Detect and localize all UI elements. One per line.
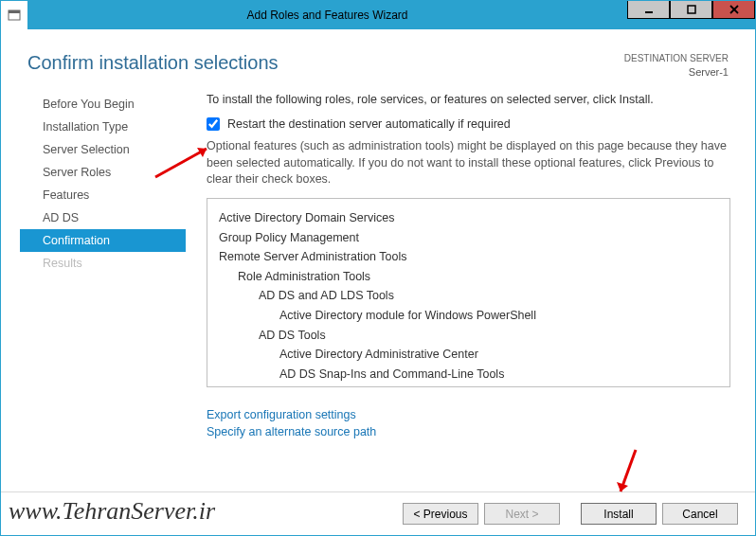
nav-item-features[interactable]: Features (20, 184, 186, 206)
next-button[interactable]: Next > (484, 503, 560, 525)
features-list[interactable]: Active Directory Domain ServicesGroup Po… (207, 198, 730, 387)
main-panel: To install the following roles, role ser… (186, 89, 755, 442)
nav-item-results: Results (20, 252, 186, 275)
nav-item-server-selection[interactable]: Server Selection (20, 138, 186, 161)
feature-item: Role Administration Tools (238, 267, 718, 287)
nav-item-server-roles[interactable]: Server Roles (20, 161, 186, 184)
window-controls (627, 1, 755, 29)
app-icon (1, 1, 27, 29)
feature-item: AD DS and AD LDS Tools (259, 286, 718, 306)
nav-item-ad-ds[interactable]: AD DS (20, 206, 186, 229)
optional-note: Optional features (such as administratio… (207, 138, 730, 188)
svg-rect-3 (688, 6, 695, 13)
export-link[interactable]: Export configuration settings (207, 408, 730, 421)
source-link[interactable]: Specify an alternate source path (207, 425, 730, 438)
previous-button[interactable]: < Previous (403, 503, 478, 525)
svg-rect-1 (9, 10, 20, 13)
titlebar: Add Roles and Features Wizard (1, 1, 755, 29)
destination-info: DESTINATION SERVER Server-1 (624, 52, 729, 80)
page-title: Confirm installation selections (27, 52, 279, 80)
maximize-button[interactable] (670, 0, 712, 19)
destination-server: Server-1 (624, 65, 729, 80)
restart-checkbox[interactable] (207, 117, 220, 131)
minimize-button[interactable] (627, 0, 670, 19)
header-row: Confirm installation selections DESTINAT… (1, 29, 755, 89)
nav-sidebar: Before You BeginInstallation TypeServer … (20, 89, 186, 442)
intro-text: To install the following roles, role ser… (207, 93, 730, 106)
install-button[interactable]: Install (581, 503, 657, 525)
nav-item-before-you-begin[interactable]: Before You Begin (20, 93, 186, 116)
close-button[interactable] (712, 0, 755, 19)
body-row: Before You BeginInstallation TypeServer … (1, 89, 755, 442)
content-area: Confirm installation selections DESTINAT… (1, 29, 755, 535)
feature-item: AD DS Tools (259, 326, 718, 346)
watermark-text: www.TehranServer.ir (9, 497, 215, 526)
feature-item: Active Directory Administrative Center (279, 345, 718, 365)
restart-label: Restart the destination server automatic… (227, 117, 511, 131)
destination-label: DESTINATION SERVER (624, 52, 729, 65)
nav-item-confirmation[interactable]: Confirmation (20, 229, 186, 252)
feature-item: AD DS Snap-Ins and Command-Line Tools (279, 365, 718, 384)
feature-item: Active Directory Domain Services (219, 208, 718, 228)
feature-item: Active Directory module for Windows Powe… (279, 306, 718, 326)
restart-row: Restart the destination server automatic… (207, 117, 730, 131)
links-row: Export configuration settings Specify an… (207, 408, 730, 438)
cancel-button[interactable]: Cancel (662, 503, 738, 525)
feature-item: Group Policy Management (219, 228, 718, 248)
nav-item-installation-type[interactable]: Installation Type (20, 116, 186, 138)
window-title: Add Roles and Features Wizard (27, 9, 627, 22)
feature-item: Remote Server Administration Tools (219, 247, 718, 267)
